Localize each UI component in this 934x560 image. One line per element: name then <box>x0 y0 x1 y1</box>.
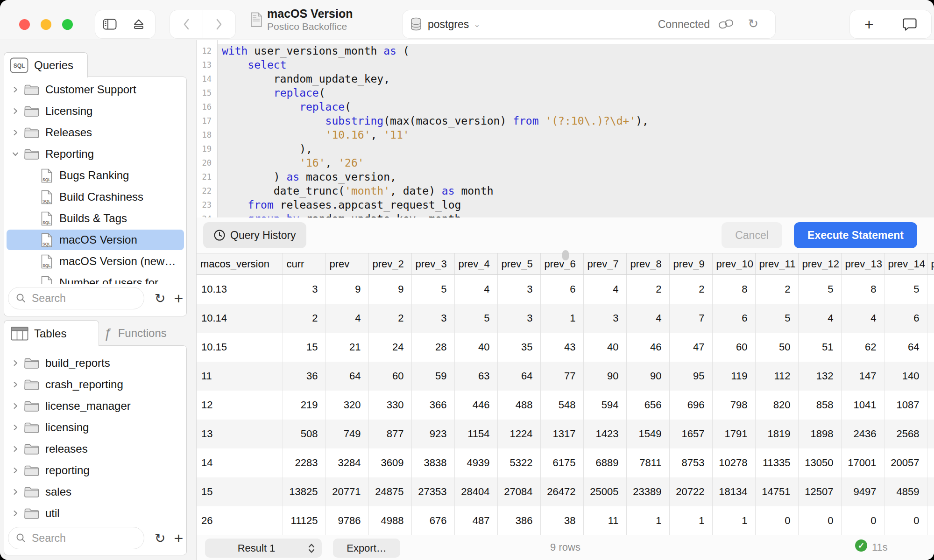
close-window-button[interactable] <box>19 19 30 30</box>
cell-value[interactable]: 3 <box>583 304 626 333</box>
cell-value[interactable]: 1154 <box>454 420 497 448</box>
column-header-prev-3[interactable]: prev_3 <box>411 253 454 275</box>
cell-macos-version[interactable]: 12 <box>197 391 283 420</box>
cell-value[interactable]: 4939 <box>454 448 497 477</box>
column-header-prev-14[interactable]: prev_14 <box>884 253 927 275</box>
cell-value[interactable]: 219 <box>283 391 325 420</box>
column-header-prev-5[interactable]: prev_5 <box>497 253 540 275</box>
tree-item-licensing[interactable]: Licensing <box>4 100 186 122</box>
cell-value[interactable]: 5 <box>454 304 497 333</box>
cell-value[interactable]: 820 <box>755 391 798 420</box>
cell-value[interactable]: 28 <box>411 333 454 362</box>
cell-macos-version[interactable]: 13 <box>197 420 283 448</box>
cell-value[interactable]: 1224 <box>497 420 540 448</box>
cell-value[interactable]: 43 <box>540 333 583 362</box>
cell-value[interactable]: 7811 <box>626 448 669 477</box>
cell-value[interactable]: 47 <box>669 333 712 362</box>
cell-value[interactable]: 0 <box>841 506 884 535</box>
column-header-prev-7[interactable]: prev_7 <box>583 253 626 275</box>
cell-value[interactable]: 2 <box>283 304 325 333</box>
cell-value[interactable]: 1 <box>540 304 583 333</box>
cell-value[interactable]: 5 <box>411 275 454 304</box>
cell-value[interactable]: 38 <box>540 506 583 535</box>
database-selector[interactable]: postgres ⌄ Connected ↻ <box>403 10 775 38</box>
cell-value[interactable]: 36 <box>283 362 325 391</box>
forward-button[interactable] <box>203 10 236 38</box>
cell-value[interactable]: 6175 <box>540 448 583 477</box>
cell-value[interactable]: 17001 <box>841 448 884 477</box>
cell-value[interactable]: 7 <box>669 304 712 333</box>
cell-value[interactable]: 5 <box>884 275 927 304</box>
zoom-window-button[interactable] <box>62 19 73 30</box>
cell-value[interactable]: 24875 <box>368 477 411 506</box>
column-header-prev-12[interactable]: prev_12 <box>798 253 841 275</box>
cell-value[interactable]: 1087 <box>884 391 927 420</box>
cell-value[interactable]: 3 <box>411 304 454 333</box>
queries-refresh-icon[interactable]: ↻ <box>155 291 165 306</box>
cell-value[interactable]: 4 <box>798 304 841 333</box>
cell-value[interactable]: 877 <box>368 420 411 448</box>
cell-value[interactable]: 330 <box>368 391 411 420</box>
tree-item-releases[interactable]: Releases <box>4 122 186 143</box>
column-header-prev-8[interactable]: prev_8 <box>626 253 669 275</box>
cell-value[interactable]: 1 <box>626 506 669 535</box>
cell-value[interactable]: 112 <box>755 362 798 391</box>
tab-queries[interactable]: SQL Queries <box>4 52 88 77</box>
column-header-prev-11[interactable]: prev_11 <box>755 253 798 275</box>
cell-macos-version[interactable]: 15 <box>197 477 283 506</box>
cell-value[interactable]: 594 <box>583 391 626 420</box>
cell-value[interactable]: 656 <box>626 391 669 420</box>
cell-value[interactable]: 488 <box>497 391 540 420</box>
cell-value[interactable]: 6 <box>540 275 583 304</box>
cell-value[interactable]: 18134 <box>712 477 755 506</box>
tree-item-builds-tags[interactable]: SQLBuilds & Tags <box>4 208 186 229</box>
cell-value[interactable]: 21 <box>325 333 368 362</box>
feedback-chat-button[interactable] <box>903 18 917 31</box>
cell-value[interactable]: 14751 <box>755 477 798 506</box>
cell-value[interactable]: 1 <box>712 506 755 535</box>
cell-value[interactable]: 40 <box>583 333 626 362</box>
cell-value[interactable]: 508 <box>283 420 325 448</box>
cell-overflow[interactable] <box>927 333 934 362</box>
column-header-prev-13[interactable]: prev_13 <box>841 253 884 275</box>
cell-overflow[interactable] <box>927 275 934 304</box>
column-header-curr[interactable]: curr <box>283 253 325 275</box>
cell-value[interactable]: 8 <box>712 275 755 304</box>
cell-value[interactable]: 64 <box>497 362 540 391</box>
tree-item-releases[interactable]: releases <box>4 438 186 460</box>
cell-overflow[interactable] <box>927 391 934 420</box>
queries-add-icon[interactable]: + <box>174 289 183 308</box>
cell-value[interactable]: 59 <box>411 362 454 391</box>
tables-add-icon[interactable]: + <box>174 529 183 547</box>
cell-value[interactable]: 1 <box>669 506 712 535</box>
cell-macos-version[interactable]: 26 <box>197 506 283 535</box>
toggle-sidebar-button[interactable] <box>95 10 124 38</box>
pane-resize-handle[interactable] <box>562 250 569 260</box>
cell-value[interactable]: 9497 <box>841 477 884 506</box>
cell-value[interactable]: 676 <box>411 506 454 535</box>
column-header-prev-15-partial[interactable]: prev_15 <box>927 253 934 275</box>
cell-overflow[interactable] <box>927 477 934 506</box>
cell-value[interactable]: 132 <box>798 362 841 391</box>
sql-editor[interactable]: 1112with user_versions_month as (13 sele… <box>197 40 934 217</box>
cell-overflow[interactable] <box>927 506 934 535</box>
tree-item-util[interactable]: util <box>4 503 186 523</box>
cell-value[interactable]: 2 <box>755 275 798 304</box>
cell-value[interactable]: 28404 <box>454 477 497 506</box>
column-header-prev-2[interactable]: prev_2 <box>368 253 411 275</box>
cell-value[interactable]: 40 <box>454 333 497 362</box>
cell-value[interactable]: 3609 <box>368 448 411 477</box>
column-header-prev-4[interactable]: prev_4 <box>454 253 497 275</box>
cell-value[interactable]: 11335 <box>755 448 798 477</box>
cell-macos-version[interactable]: 10.15 <box>197 333 283 362</box>
cell-value[interactable]: 4859 <box>884 477 927 506</box>
cell-value[interactable]: 696 <box>669 391 712 420</box>
cell-value[interactable]: 60 <box>712 333 755 362</box>
cell-value[interactable]: 1423 <box>583 420 626 448</box>
cell-value[interactable]: 9786 <box>325 506 368 535</box>
cell-value[interactable]: 35 <box>497 333 540 362</box>
cell-value[interactable]: 798 <box>712 391 755 420</box>
cell-value[interactable]: 6889 <box>583 448 626 477</box>
cell-value[interactable]: 11 <box>583 506 626 535</box>
column-header-prev-6[interactable]: prev_6 <box>540 253 583 275</box>
